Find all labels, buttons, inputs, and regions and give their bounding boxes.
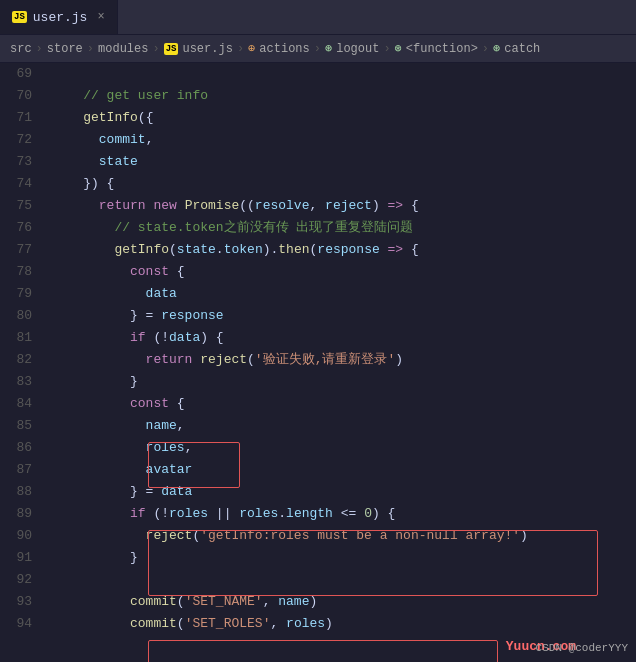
code-line-70: 70 // get user info <box>0 85 636 107</box>
editor: 69 70 // get user info71 getInfo({72 com… <box>0 63 636 662</box>
code-line-75: 75 return new Promise((resolve, reject) … <box>0 195 636 217</box>
line-content: roles, <box>48 437 636 459</box>
line-content: return reject('验证失败,请重新登录') <box>48 349 636 371</box>
line-number: 92 <box>0 569 48 591</box>
breadcrumb-userjs: user.js <box>182 42 232 56</box>
line-content: avatar <box>48 459 636 481</box>
breadcrumb-fn-icon: ⊛ <box>395 41 402 56</box>
breadcrumb-actions: actions <box>259 42 309 56</box>
line-content: getInfo({ <box>48 107 636 129</box>
line-number: 69 <box>0 63 48 85</box>
code-line-71: 71 getInfo({ <box>0 107 636 129</box>
line-number: 76 <box>0 217 48 239</box>
breadcrumb-src: src <box>10 42 32 56</box>
code-line-69: 69 <box>0 63 636 85</box>
line-content: reject('getInfo:roles must be a non-null… <box>48 525 636 547</box>
code-line-74: 74 }) { <box>0 173 636 195</box>
line-number: 79 <box>0 283 48 305</box>
line-content <box>48 569 636 591</box>
line-number: 70 <box>0 85 48 107</box>
line-content: } <box>48 371 636 393</box>
breadcrumb-catch: catch <box>504 42 540 56</box>
code-line-87: 87 avatar <box>0 459 636 481</box>
breadcrumb: src › store › modules › JS user.js › ⊕ a… <box>0 35 636 63</box>
line-number: 77 <box>0 239 48 261</box>
code-line-78: 78 const { <box>0 261 636 283</box>
tab-close-icon[interactable]: × <box>97 10 104 24</box>
line-content: } <box>48 547 636 569</box>
editor-wrapper: 69 70 // get user info71 getInfo({72 com… <box>0 63 636 662</box>
line-content: state <box>48 151 636 173</box>
code-line-76: 76 // state.token之前没有传 出现了重复登陆问题 <box>0 217 636 239</box>
line-content <box>48 63 636 85</box>
code-line-83: 83 } <box>0 371 636 393</box>
line-content: const { <box>48 261 636 283</box>
code-line-72: 72 commit, <box>0 129 636 151</box>
breadcrumb-function: <function> <box>406 42 478 56</box>
line-number: 85 <box>0 415 48 437</box>
line-content: // state.token之前没有传 出现了重复登陆问题 <box>48 217 636 239</box>
code-line-79: 79 data <box>0 283 636 305</box>
code-line-86: 86 roles, <box>0 437 636 459</box>
code-line-91: 91 } <box>0 547 636 569</box>
watermark-csdn: CSDN @coderYYY <box>536 642 628 654</box>
line-number: 86 <box>0 437 48 459</box>
js-icon: JS <box>12 11 27 23</box>
code-line-80: 80 } = response <box>0 305 636 327</box>
line-number: 81 <box>0 327 48 349</box>
active-tab[interactable]: JS user.js × <box>0 0 118 34</box>
line-number: 80 <box>0 305 48 327</box>
line-number: 93 <box>0 591 48 613</box>
line-content: if (!roles || roles.length <= 0) { <box>48 503 636 525</box>
code-line-82: 82 return reject('验证失败,请重新登录') <box>0 349 636 371</box>
line-number: 91 <box>0 547 48 569</box>
line-content: return new Promise((resolve, reject) => … <box>48 195 636 217</box>
code-line-81: 81 if (!data) { <box>0 327 636 349</box>
line-number: 94 <box>0 613 48 635</box>
line-content: data <box>48 283 636 305</box>
breadcrumb-js-icon: JS <box>164 43 179 55</box>
line-content: if (!data) { <box>48 327 636 349</box>
tab-bar: JS user.js × <box>0 0 636 35</box>
line-number: 72 <box>0 129 48 151</box>
code-line-94: 94 commit('SET_ROLES', roles) <box>0 613 636 635</box>
breadcrumb-actions-icon: ⊕ <box>248 41 255 56</box>
line-content: }) { <box>48 173 636 195</box>
line-content: } = response <box>48 305 636 327</box>
line-number: 83 <box>0 371 48 393</box>
line-number: 73 <box>0 151 48 173</box>
code-line-77: 77 getInfo(state.token).then(response =>… <box>0 239 636 261</box>
code-line-90: 90 reject('getInfo:roles must be a non-n… <box>0 525 636 547</box>
line-number: 78 <box>0 261 48 283</box>
line-content: const { <box>48 393 636 415</box>
code-line-89: 89 if (!roles || roles.length <= 0) { <box>0 503 636 525</box>
code-line-85: 85 name, <box>0 415 636 437</box>
line-content: commit('SET_ROLES', roles) <box>48 613 636 635</box>
line-number: 74 <box>0 173 48 195</box>
line-number: 87 <box>0 459 48 481</box>
breadcrumb-catch-icon: ⊛ <box>493 41 500 56</box>
code-line-88: 88 } = data <box>0 481 636 503</box>
code-line-84: 84 const { <box>0 393 636 415</box>
line-number: 75 <box>0 195 48 217</box>
line-number: 88 <box>0 481 48 503</box>
line-number: 90 <box>0 525 48 547</box>
line-content: name, <box>48 415 636 437</box>
breadcrumb-logout: logout <box>336 42 379 56</box>
line-number: 82 <box>0 349 48 371</box>
code-line-73: 73 state <box>0 151 636 173</box>
line-content: // get user info <box>48 85 636 107</box>
line-content: commit('SET_NAME', name) <box>48 591 636 613</box>
code-line-92: 92 <box>0 569 636 591</box>
line-content: getInfo(state.token).then(response => { <box>48 239 636 261</box>
line-number: 89 <box>0 503 48 525</box>
line-number: 84 <box>0 393 48 415</box>
tab-filename: user.js <box>33 10 88 25</box>
code-line-93: 93 commit('SET_NAME', name) <box>0 591 636 613</box>
line-content: commit, <box>48 129 636 151</box>
line-number: 71 <box>0 107 48 129</box>
breadcrumb-logout-icon: ⊛ <box>325 41 332 56</box>
line-content: } = data <box>48 481 636 503</box>
breadcrumb-modules: modules <box>98 42 148 56</box>
breadcrumb-store: store <box>47 42 83 56</box>
